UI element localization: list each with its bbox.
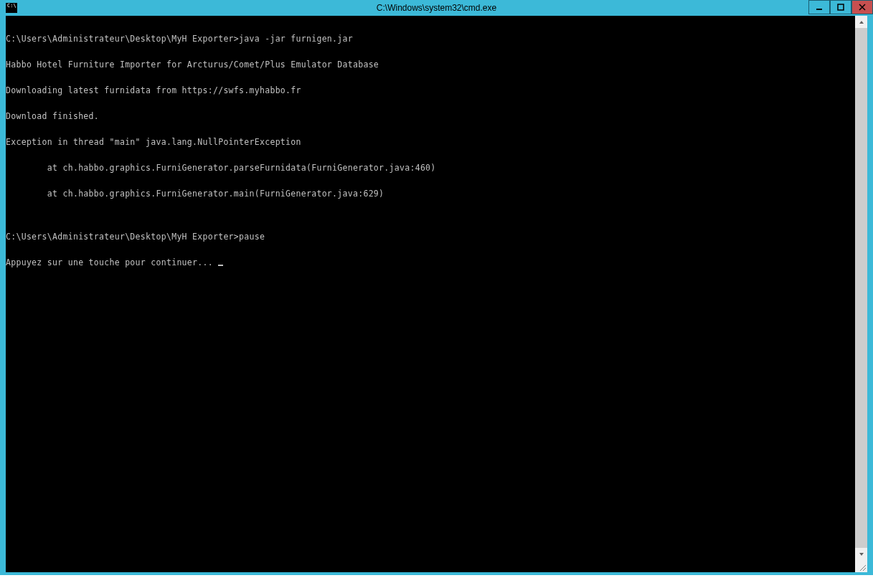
vertical-scrollbar[interactable] [855,16,867,560]
console-line: Download finished. [6,112,867,120]
minimize-button[interactable] [808,0,830,14]
minimize-icon [816,4,823,11]
svg-rect-1 [838,4,844,10]
cmd-icon: C:\ [6,3,17,13]
titlebar[interactable]: C:\ C:\Windows\system32\cmd.exe [0,0,873,16]
console-line: C:\Users\Administrateur\Desktop\MyH Expo… [6,232,867,241]
console-line: Downloading latest furnidata from https:… [6,86,867,95]
scroll-down-button[interactable] [855,548,867,560]
chevron-down-icon [859,551,864,557]
console-line: at ch.habbo.graphics.FurniGenerator.main… [6,189,867,198]
console-area: C:\Users\Administrateur\Desktop\MyH Expo… [0,16,873,572]
taskbar-sliver [0,575,873,588]
console[interactable]: C:\Users\Administrateur\Desktop\MyH Expo… [6,16,867,572]
cursor [218,265,223,266]
console-line: Habbo Hotel Furniture Importer for Arctu… [6,60,867,69]
console-line: Appuyez sur une touche pour continuer... [6,258,867,267]
resize-grip[interactable] [855,560,867,572]
console-line: at ch.habbo.graphics.FurniGenerator.pars… [6,163,867,172]
console-content: C:\Users\Administrateur\Desktop\MyH Expo… [6,16,867,284]
window-controls [808,0,873,14]
window-title: C:\Windows\system32\cmd.exe [377,3,496,13]
scrollbar-thumb[interactable] [855,28,867,548]
console-line: C:\Users\Administrateur\Desktop\MyH Expo… [6,34,867,43]
close-icon [859,4,866,11]
resize-grip-icon [858,563,867,572]
console-line: Exception in thread "main" java.lang.Nul… [6,138,867,146]
maximize-button[interactable] [830,0,851,14]
chevron-up-icon [859,19,864,25]
scroll-up-button[interactable] [855,16,867,28]
maximize-icon [837,4,844,11]
cmd-icon-text: C:\ [7,4,16,9]
close-button[interactable] [851,0,873,14]
svg-rect-0 [816,9,822,10]
